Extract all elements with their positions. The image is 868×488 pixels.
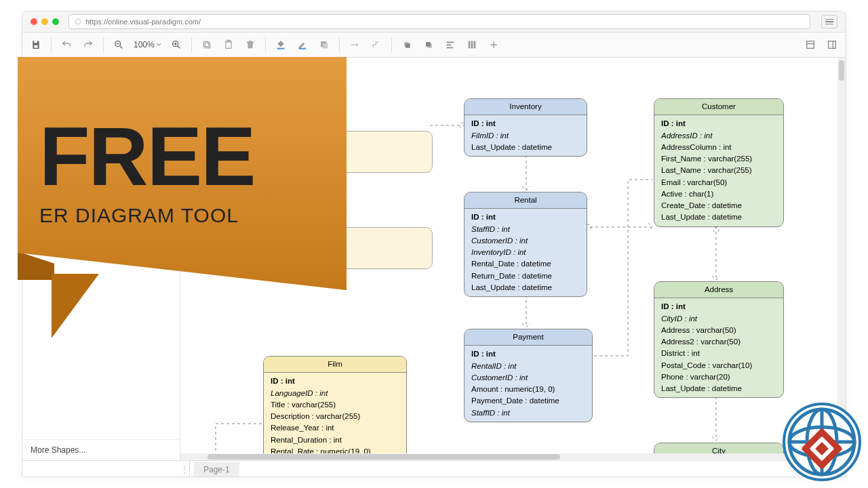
horizontal-scrollbar[interactable] [180,453,837,460]
svg-point-28 [713,227,719,232]
align-icon[interactable] [441,35,460,54]
shadow-icon[interactable] [315,35,334,54]
entity-address[interactable]: Address ID : intCityID : intAddress : va… [654,281,784,398]
svg-rect-23 [807,41,814,49]
svg-rect-9 [277,48,284,49]
svg-rect-2 [34,45,37,48]
titlebar: https://online.visual-paradigm.com/ [22,12,846,33]
minimize-icon[interactable] [41,18,48,25]
url-bar[interactable]: https://online.visual-paradigm.com/ [68,14,810,29]
outline-panel-icon[interactable] [823,35,842,54]
svg-rect-21 [471,41,473,49]
toolbar: 100% [22,33,846,58]
page-tab[interactable]: Page-1 [194,462,239,477]
line-color-icon[interactable] [293,35,312,54]
entity-title: Inventory [465,99,587,115]
svg-rect-1 [34,41,37,43]
entity-body: ID : intStaffID : intCustomerID : intInv… [465,209,587,296]
svg-rect-20 [468,41,470,49]
svg-rect-16 [426,42,431,47]
svg-rect-12 [322,43,328,48]
entity-body: ID : intAddressID : intAddressColumn : i… [654,115,783,226]
hamburger-icon[interactable] [821,15,837,28]
svg-rect-18 [446,44,451,45]
to-back-icon[interactable] [419,35,438,54]
page-bar: ⋮ Page-1 [22,460,846,477]
distribute-icon[interactable] [462,35,481,54]
svg-rect-24 [829,41,836,49]
entity-body: ID : intFilmID : intLast_Update : dateti… [465,115,587,156]
zoom-in-icon[interactable] [167,35,186,54]
svg-rect-6 [203,41,208,46]
entity-title: Customer [654,99,783,115]
entity-inventory[interactable]: Inventory ID : intFilmID : intLast_Updat… [464,98,587,157]
entity-body: ID : intRentalID : intCustomerID : intAm… [465,346,592,422]
svg-rect-5 [205,43,210,47]
close-icon[interactable] [31,18,37,25]
svg-rect-22 [473,41,475,49]
entity-title: Payment [465,329,592,346]
undo-icon[interactable] [57,35,76,54]
svg-rect-19 [446,47,452,48]
entity-body: ID : intLanguageID : intTitle : varchar(… [264,373,406,460]
zoom-out-icon[interactable] [109,35,128,54]
entity-film[interactable]: Film ID : intLanguageID : intTitle : var… [263,356,407,460]
svg-point-0 [75,19,81,24]
entity-title: Address [654,282,783,298]
promo-title: FREE [39,120,325,195]
copy-icon[interactable] [197,35,216,54]
vp-logo-icon [781,401,863,483]
redo-icon[interactable] [79,35,98,54]
promo-subtitle: ER DIAGRAM TOOL [39,204,325,227]
entity-payment[interactable]: Payment ID : intRentalID : intCustomerID… [464,329,593,422]
save-icon[interactable] [26,35,45,54]
entity-customer[interactable]: Customer ID : intAddressID : intAddressC… [654,98,784,227]
waypoint-icon[interactable] [367,35,386,54]
entity-title: Film [264,357,406,373]
svg-rect-14 [406,43,410,48]
delete-icon[interactable] [241,35,260,54]
zoom-level[interactable]: 100% [131,40,164,49]
url-text: https://online.visual-paradigm.com/ [85,18,201,26]
connector-style-icon[interactable] [345,35,364,54]
format-panel-icon[interactable] [801,35,820,54]
window-controls [31,18,59,25]
to-front-icon[interactable] [397,35,416,54]
page-handle-icon[interactable]: ⋮ [180,461,190,477]
svg-rect-10 [298,48,306,49]
entity-body: ID : intCityID : intAddress : varchar(50… [654,298,783,397]
paste-icon[interactable] [219,35,238,54]
maximize-icon[interactable] [52,18,59,25]
add-icon[interactable] [484,35,503,54]
more-shapes-button[interactable]: More Shapes... [22,439,180,460]
entity-rental[interactable]: Rental ID : intStaffID : intCustomerID :… [464,192,587,297]
svg-rect-17 [446,41,454,43]
fill-color-icon[interactable] [271,35,290,54]
vertical-scrollbar[interactable] [837,58,846,460]
entity-title: Rental [465,192,587,209]
promo-banner: FREE ER DIAGRAM TOOL [18,57,347,348]
